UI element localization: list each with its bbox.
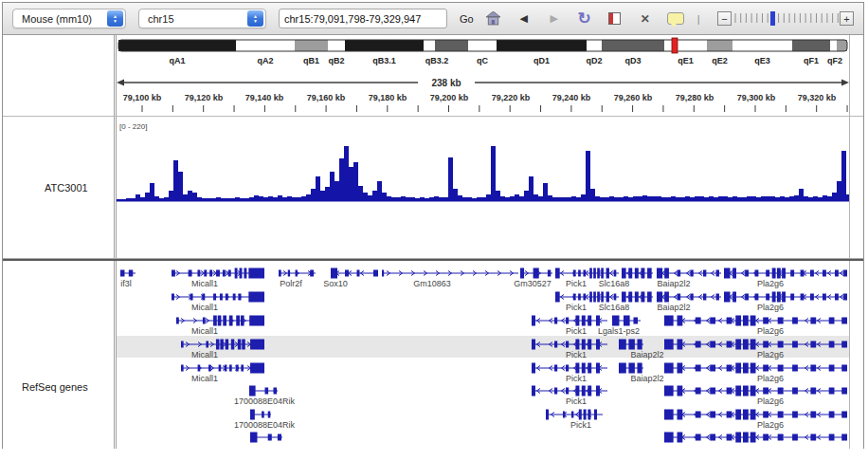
gene-glyph[interactable] — [664, 433, 847, 443]
cytoband-label: qF1 — [804, 56, 819, 65]
exon-box — [724, 268, 731, 279]
gene-glyph[interactable] — [546, 410, 603, 420]
gene-glyph[interactable] — [724, 292, 847, 303]
genome-select[interactable]: Mouse (mm10) ▲▼ — [12, 9, 126, 28]
gene-glyph[interactable] — [657, 292, 721, 303]
exon-box — [575, 316, 579, 326]
gene-glyph[interactable] — [619, 363, 643, 374]
forward-icon[interactable]: ▶ — [546, 10, 563, 28]
exon-box — [242, 340, 245, 350]
gene-glyph[interactable] — [664, 410, 847, 420]
gene-glyph[interactable] — [250, 410, 271, 420]
go-button[interactable]: Go — [455, 11, 479, 27]
exon-box — [566, 365, 569, 372]
gene-glyph[interactable] — [724, 268, 847, 279]
gene-glyph[interactable] — [532, 363, 607, 374]
exon-box — [829, 434, 835, 441]
exon-box — [778, 341, 784, 348]
exon-box — [678, 316, 683, 326]
zoom-out-button[interactable]: − — [717, 11, 732, 26]
genes-track-panel: RefSeq genes if3lMicall1Polr2fSox10Gm108… — [3, 259, 863, 449]
gene-glyph[interactable] — [532, 316, 607, 326]
gene-glyph[interactable] — [555, 268, 619, 279]
chromosome-ideogram[interactable]: qA1qA2qB1qB2qB3.1qB3.2qCqD1qD2qD3qE1qE2q… — [117, 35, 849, 71]
zoom-slider-thumb[interactable] — [770, 11, 775, 26]
gene-models[interactable]: if3lMicall1Polr2fSox10Gm10863Gm30527Pick… — [117, 261, 849, 449]
coverage-bar — [434, 196, 439, 200]
exon-box — [357, 270, 360, 277]
exon-box — [696, 341, 701, 348]
coverage-bar — [429, 197, 434, 200]
exon-box — [664, 386, 674, 396]
home-icon[interactable] — [485, 10, 502, 28]
exon-box — [664, 316, 674, 326]
gene-glyph[interactable] — [382, 270, 518, 277]
exon-box — [792, 365, 798, 372]
cytoband — [468, 40, 497, 51]
header-label-col — [3, 35, 117, 116]
gene-glyph[interactable] — [664, 316, 847, 326]
coverage-bar — [159, 198, 164, 200]
exon-box — [750, 410, 756, 420]
genes-track-name[interactable]: RefSeq genes — [3, 317, 88, 393]
refresh-icon[interactable]: ↻ — [576, 10, 593, 28]
gene-glyph[interactable] — [622, 292, 653, 303]
define-region-icon[interactable] — [606, 10, 624, 28]
gene-glyph[interactable] — [520, 268, 552, 279]
exon-box — [703, 270, 706, 277]
genome-ruler[interactable]: 238 kb79,100 kb79,120 kb79,140 kb79,160 … — [117, 71, 849, 116]
gene-glyph[interactable] — [532, 386, 607, 396]
gene-glyph[interactable] — [120, 270, 136, 277]
gene-name-label: Pla2g6 — [757, 420, 784, 430]
coverage-data-col[interactable]: [0 - 220] — [117, 117, 849, 258]
exon-box — [279, 270, 281, 277]
gene-glyph[interactable] — [249, 386, 278, 396]
gene-glyph[interactable] — [622, 268, 653, 279]
exon-box — [743, 340, 749, 350]
exon-box — [641, 292, 644, 303]
coverage-bar — [657, 196, 661, 200]
coverage-bar — [235, 197, 240, 200]
zoom-slider-track[interactable] — [732, 10, 840, 27]
tooltip-bubble-icon[interactable] — [667, 10, 684, 28]
gene-glyph[interactable] — [657, 268, 721, 279]
gene-glyph[interactable] — [619, 340, 643, 350]
coverage-bar — [391, 197, 396, 200]
coverage-track-name[interactable]: ATC3001 — [3, 182, 88, 194]
exon-box — [566, 341, 569, 348]
gene-glyph[interactable] — [279, 270, 316, 277]
gene-glyph[interactable] — [555, 292, 619, 303]
exon-box — [710, 388, 715, 395]
chromosome-select[interactable]: chr15 ▲▼ — [138, 9, 266, 28]
gene-glyph[interactable] — [172, 292, 264, 303]
coverage-bar — [647, 196, 652, 200]
locus-input[interactable] — [279, 9, 447, 28]
coverage-bar — [472, 198, 477, 200]
coverage-bar — [519, 196, 524, 200]
exon-box — [579, 410, 582, 420]
coverage-bar — [624, 196, 628, 200]
exon-box — [763, 318, 769, 324]
gene-glyph[interactable] — [612, 316, 641, 326]
gene-name-label: Pick1 — [566, 326, 587, 336]
exon-box — [597, 292, 600, 303]
zoom-in-button[interactable]: + — [840, 11, 854, 26]
exon-box — [810, 294, 814, 301]
gene-glyph[interactable] — [664, 386, 847, 396]
exon-box — [823, 270, 826, 277]
resize-fit-icon[interactable]: ✕ — [637, 10, 654, 28]
gene-glyph[interactable] — [172, 268, 264, 279]
gene-glyph[interactable] — [664, 363, 847, 374]
coverage-bar — [387, 196, 391, 200]
coverage-bar — [538, 196, 543, 200]
gene-glyph[interactable] — [181, 363, 264, 374]
coverage-histogram[interactable] — [117, 117, 849, 258]
gene-glyph[interactable] — [176, 316, 264, 326]
exon-box — [664, 268, 669, 279]
gene-glyph[interactable] — [250, 433, 282, 443]
genes-data-col[interactable]: if3lMicall1Polr2fSox10Gm10863Gm30527Pick… — [117, 261, 849, 449]
zoom-slider[interactable]: − + — [717, 10, 854, 27]
exon-box — [810, 341, 816, 348]
gene-glyph[interactable] — [331, 268, 378, 279]
back-icon[interactable]: ◀ — [515, 10, 533, 28]
